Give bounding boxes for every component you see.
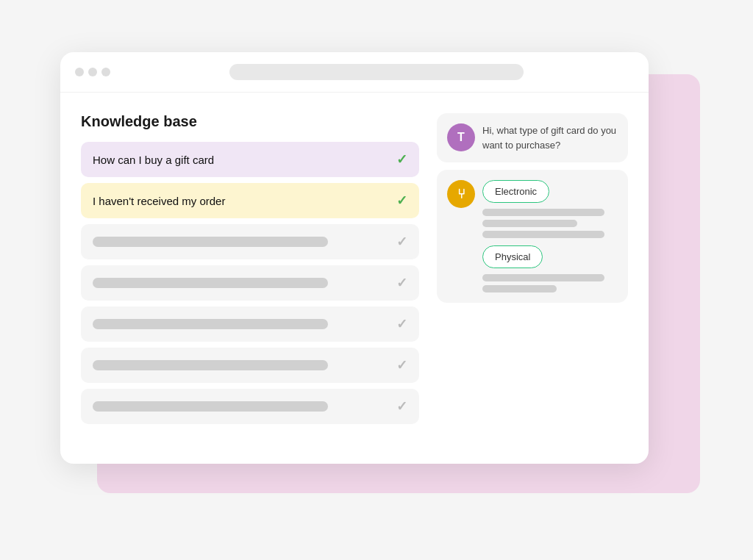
- bot-card-row: ⑂ Electronic: [447, 180, 618, 292]
- kb-item-5[interactable]: ✓: [81, 306, 419, 342]
- kb-item-2[interactable]: I haven't received my order ✓: [81, 183, 419, 218]
- kb-item-3[interactable]: ✓: [81, 224, 419, 259]
- kb-item-2-check: ✓: [396, 193, 407, 209]
- chat-message: Hi, what type of gift card do you want t…: [482, 123, 618, 152]
- chat-bubble: T Hi, what type of gift card do you want…: [437, 113, 628, 162]
- left-panel: Knowledge base How can I buy a gift card…: [81, 113, 419, 449]
- kb-item-3-placeholder: [93, 237, 328, 247]
- desc-line-2: [482, 220, 577, 227]
- content-area: Knowledge base How can I buy a gift card…: [60, 93, 649, 464]
- electronic-option-group: Electronic: [482, 180, 618, 238]
- browser-bar: [60, 52, 649, 93]
- kb-item-1-text: How can I buy a gift card: [93, 154, 214, 166]
- dot-1: [75, 68, 84, 76]
- avatar-t: T: [447, 123, 475, 151]
- kb-item-5-placeholder: [93, 319, 328, 329]
- kb-item-6-check: ✓: [396, 357, 407, 373]
- kb-item-7-check: ✓: [396, 398, 407, 414]
- kb-item-4-check: ✓: [396, 275, 407, 291]
- electronic-button[interactable]: Electronic: [482, 180, 549, 203]
- electronic-desc-lines: [482, 209, 618, 238]
- kb-item-6[interactable]: ✓: [81, 348, 419, 383]
- avatar-letter: T: [457, 131, 465, 144]
- desc-line-4: [482, 274, 604, 281]
- desc-line-5: [482, 285, 557, 292]
- kb-item-1-check: ✓: [396, 151, 407, 168]
- panel-title: Knowledge base: [81, 113, 419, 130]
- kb-item-2-text: I haven't received my order: [93, 195, 225, 207]
- browser-dots: [75, 68, 110, 76]
- physical-desc-lines: [482, 274, 618, 292]
- kb-list: How can I buy a gift card ✓ I haven't re…: [81, 142, 419, 424]
- browser-url-bar: [229, 64, 524, 80]
- desc-line-3: [482, 231, 604, 238]
- dot-3: [101, 68, 110, 76]
- chat-bubble-row: T Hi, what type of gift card do you want…: [447, 123, 618, 152]
- dot-2: [88, 68, 97, 76]
- kb-item-5-check: ✓: [396, 316, 407, 332]
- physical-button[interactable]: Physical: [482, 245, 543, 268]
- avatar-fork: ⑂: [447, 180, 475, 208]
- scene: Knowledge base How can I buy a gift card…: [60, 52, 693, 508]
- physical-option-group: Physical: [482, 245, 618, 292]
- kb-item-6-placeholder: [93, 360, 328, 370]
- kb-item-1[interactable]: How can I buy a gift card ✓: [81, 142, 419, 177]
- browser-card: Knowledge base How can I buy a gift card…: [60, 52, 649, 464]
- kb-item-4[interactable]: ✓: [81, 265, 419, 301]
- kb-item-7-placeholder: [93, 401, 328, 412]
- fork-icon: ⑂: [457, 187, 465, 202]
- bot-card: ⑂ Electronic: [437, 170, 628, 303]
- right-panel: T Hi, what type of gift card do you want…: [437, 113, 628, 449]
- kb-item-4-placeholder: [93, 278, 328, 288]
- kb-item-7[interactable]: ✓: [81, 389, 419, 424]
- kb-item-3-check: ✓: [396, 234, 407, 250]
- bot-options: Electronic Physical: [482, 180, 618, 292]
- desc-line-1: [482, 209, 604, 216]
